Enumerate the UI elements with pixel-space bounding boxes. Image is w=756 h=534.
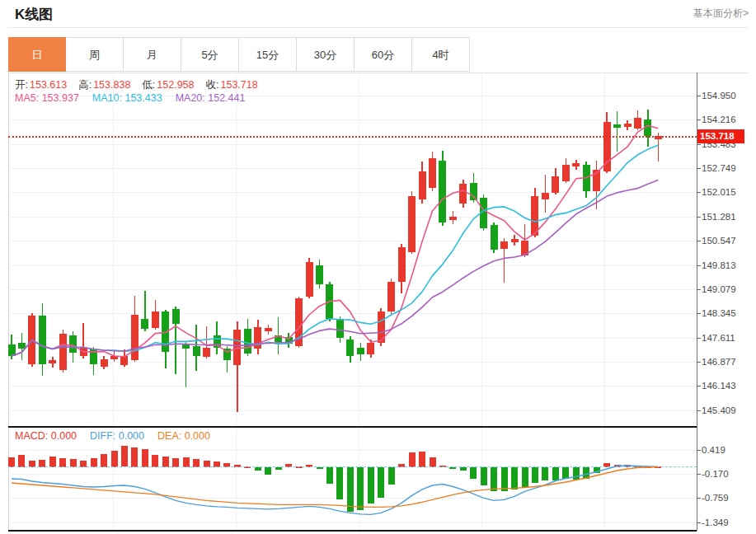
tab-4时[interactable]: 4时 — [412, 37, 470, 72]
ma5-value: MA5: 153.937 — [15, 92, 79, 104]
price-axis-tick — [697, 338, 701, 339]
price-axis-tick — [697, 362, 701, 363]
macd-bar — [111, 451, 118, 467]
candle-body — [603, 122, 611, 171]
last-price-dashed-line — [8, 136, 697, 138]
macd-readout: MACD: 0.000DIFF: 0.000DEA: 0.000 — [15, 430, 210, 442]
candle-body — [295, 298, 303, 346]
macd-bar — [594, 467, 600, 474]
price-axis-label: 149.813 — [702, 260, 736, 270]
macd-axis-label: -1.349 — [702, 518, 729, 527]
tab-5分[interactable]: 5分 — [181, 37, 239, 72]
candle-body — [101, 359, 108, 367]
macd-bar — [142, 449, 148, 467]
tab-日[interactable]: 日 — [8, 37, 66, 72]
macd-bar — [491, 467, 497, 491]
price-axis-tick — [697, 168, 701, 169]
macd-bar — [91, 458, 97, 467]
candle-body — [90, 349, 97, 364]
price-axis-label: 154.216 — [702, 115, 736, 124]
macd-bar — [59, 458, 66, 467]
chart-bottom-border — [8, 530, 697, 532]
close-value: 153.718 — [221, 79, 258, 91]
tab-月[interactable]: 月 — [124, 37, 181, 72]
candle-body — [583, 165, 590, 191]
candle-body — [634, 118, 641, 129]
price-axis-label: 152.015 — [702, 187, 736, 197]
price-axis-label: 154.950 — [702, 91, 736, 101]
candle-body — [593, 170, 600, 191]
h-gridline — [8, 289, 697, 290]
h-gridline — [8, 217, 697, 218]
candle-body — [429, 158, 436, 188]
macd-bar — [193, 459, 200, 467]
price-axis-tick — [697, 217, 701, 218]
candle-body — [254, 327, 261, 349]
high-value: 153.838 — [93, 79, 130, 91]
h-gridline — [8, 144, 697, 145]
candle-body — [500, 241, 508, 249]
candle-body — [531, 196, 538, 236]
candle-body — [39, 316, 46, 364]
candle-body — [459, 184, 467, 204]
candle-body — [326, 284, 333, 319]
candle-body — [419, 171, 426, 199]
candle-body — [203, 348, 210, 357]
price-axis-tick — [697, 386, 701, 386]
dea-value: DEA: 0.000 — [157, 430, 210, 442]
tab-周[interactable]: 周 — [66, 37, 124, 72]
price-axis-tick — [697, 289, 701, 290]
open-value: 153.613 — [30, 79, 67, 91]
header-divider — [8, 27, 748, 28]
tab-15分[interactable]: 15分 — [239, 37, 297, 72]
candle-body — [193, 346, 200, 356]
macd-bar — [70, 459, 77, 467]
candle-body — [306, 262, 313, 297]
macd-bar — [121, 446, 128, 467]
h-gridline — [8, 313, 697, 314]
diff-value: DIFF: 0.000 — [90, 430, 144, 442]
macd-bar — [460, 467, 467, 471]
candle-body — [624, 124, 632, 127]
candle-body — [316, 265, 323, 284]
candle-body — [378, 312, 385, 343]
candle-body — [449, 217, 457, 220]
macd-bar — [481, 467, 487, 486]
price-axis-label: 152.749 — [702, 163, 736, 173]
macd-bar — [573, 467, 580, 480]
macd-bar — [326, 467, 333, 484]
macd-bar — [552, 467, 559, 481]
macd-axis-label: 0.419 — [702, 445, 725, 455]
macd-bar — [183, 457, 190, 467]
macd-axis-tick — [697, 450, 701, 451]
tab-30分[interactable]: 30分 — [297, 37, 355, 72]
candle-body — [275, 335, 282, 342]
last-price-tag: 153.718 — [697, 129, 744, 143]
candle-body — [542, 193, 549, 199]
macd-bar — [409, 452, 416, 467]
candle-body — [367, 343, 374, 354]
h-gridline — [8, 241, 697, 241]
candle-body — [562, 165, 570, 181]
ma20-value: MA20: 152.441 — [176, 92, 246, 104]
candle-body — [162, 312, 169, 352]
macd-value: MACD: 0.000 — [15, 430, 77, 442]
candle-body — [398, 247, 406, 282]
tab-60分[interactable]: 60分 — [355, 37, 412, 72]
macd-axis-label: -0.759 — [702, 493, 729, 503]
price-axis-tick — [697, 265, 701, 266]
candle-body — [18, 343, 26, 349]
candle-body — [172, 309, 180, 324]
candle-body — [265, 328, 272, 331]
macd-axis-tick — [697, 498, 701, 499]
candle-body — [439, 161, 446, 222]
price-axis-tick — [697, 313, 701, 314]
candle-body — [110, 356, 118, 359]
macd-bar — [501, 467, 508, 491]
candle-body — [69, 335, 77, 353]
page-title: K线图 — [15, 5, 53, 24]
fundamental-analysis-link[interactable]: 基本面分析> — [693, 7, 749, 21]
macd-bar — [101, 454, 107, 467]
macd-bar — [419, 452, 425, 467]
macd-bar — [18, 455, 25, 467]
